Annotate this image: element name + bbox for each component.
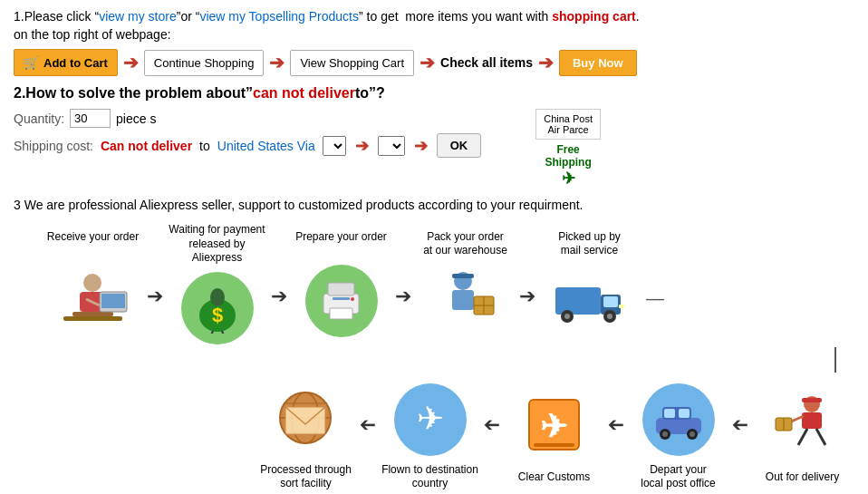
customs-icon: ✈: [514, 389, 595, 466]
on-top-right-text: on the top right of webpage:: [14, 27, 171, 42]
free-shipping-icon: ✈: [562, 169, 575, 189]
arrow-step4-5: ➔: [519, 262, 535, 308]
vertical-connector-row: [41, 347, 845, 373]
via-link[interactable]: United States Via: [217, 139, 315, 153]
shipping-right-panel: China Post Air Parce Free Shipping ✈: [535, 109, 601, 189]
step-sort: Processed throughsort facility: [254, 382, 358, 491]
svg-point-29: [607, 314, 612, 319]
step-payment-label: Waiting for paymentreleased by Aliexpres…: [165, 223, 269, 266]
step-receive-order: Receive your order: [41, 230, 145, 339]
ok-label: OK: [450, 139, 468, 152]
via-text: United States Via: [217, 139, 315, 153]
svg-rect-18: [452, 274, 474, 278]
svg-rect-5: [101, 294, 125, 308]
bottom-flow-row: Out for delivery ➔: [41, 382, 854, 491]
arrow-step1-2: ➔: [147, 262, 163, 308]
view-store-link[interactable]: view my store: [99, 9, 177, 24]
arrow-bottom-4: ➔: [360, 413, 376, 460]
add-to-cart-button[interactable]: 🛒 Add to Cart: [14, 49, 118, 76]
arrow-ship2: ➔: [414, 136, 428, 156]
cart-icon: 🛒: [24, 55, 39, 70]
step-prepare-label: Prepare your order: [295, 230, 387, 257]
add-to-cart-label: Add to Cart: [43, 56, 108, 70]
sort-facility-icon: [265, 382, 347, 459]
intro-text-1: 1.Please click “: [14, 9, 99, 24]
svg-point-16: [351, 297, 354, 301]
svg-line-34: [798, 429, 807, 445]
arrow-step2-3: ➔: [271, 262, 287, 308]
person-computer-icon: [53, 262, 134, 339]
worker-icon: [425, 263, 506, 340]
buy-now-button[interactable]: Buy Now: [559, 50, 637, 76]
shipping-label2: Shipping: [545, 156, 591, 169]
svg-text:✈: ✈: [540, 408, 567, 445]
title-red: can not deliver: [253, 85, 355, 101]
svg-line-35: [816, 429, 825, 445]
intro-line: 1.Please click “view my store”or “view m…: [14, 9, 854, 24]
step-pickup: Picked up bymail service: [537, 230, 641, 340]
arrow-ship: ➔: [355, 136, 369, 156]
svg-rect-30: [619, 305, 624, 308]
step-pack: Pack your orderat our warehouse: [413, 230, 517, 340]
step-customs-label: Clear Customs: [518, 470, 590, 485]
via-dropdown[interactable]: [323, 136, 346, 156]
step-out-delivery-label: Out for delivery: [766, 470, 839, 485]
svg-rect-42: [679, 409, 690, 418]
method-dropdown[interactable]: [378, 136, 405, 156]
step-customs: ✈ Clear Customs: [502, 389, 606, 485]
arrow-bottom-2: ➔: [608, 413, 624, 460]
to-text: to: [199, 139, 210, 153]
svg-rect-2: [72, 312, 113, 316]
continue-shopping-label: Continue Shopping: [154, 56, 255, 70]
printer-icon: [301, 262, 382, 339]
section-2: 2.How to solve the problem about”can not…: [14, 85, 854, 189]
intro-text-3: ” to get more items you want with shoppi…: [359, 9, 640, 24]
svg-text:✈: ✈: [417, 400, 444, 437]
qty-row: Quantity: piece s: [14, 109, 481, 128]
svg-rect-41: [664, 409, 675, 418]
qty-input[interactable]: [70, 109, 111, 128]
view-topselling-link[interactable]: view my Topselling Products: [199, 9, 359, 24]
svg-rect-49: [534, 443, 574, 447]
china-post-line1: China Post: [544, 113, 593, 124]
vert-line: [834, 347, 836, 373]
svg-rect-3: [63, 316, 122, 321]
intro-text-2: ”or “: [177, 9, 200, 24]
china-post-line2: Air Parce: [547, 124, 588, 135]
top-flow-row: Receive your order: [41, 223, 854, 347]
title-prefix: 2.How to solve the problem about”: [14, 85, 253, 101]
svg-rect-15: [333, 297, 350, 300]
step-depart-post: Depart yourlocal post office: [626, 382, 730, 491]
svg-rect-56: [285, 407, 325, 434]
ok-button[interactable]: OK: [437, 133, 482, 158]
svg-rect-25: [603, 296, 618, 307]
truck-icon: [549, 263, 631, 340]
plane-icon: ✈: [390, 382, 471, 459]
shipping-row: Shipping cost: Can not deliver to United…: [14, 133, 481, 158]
svg-rect-33: [802, 412, 822, 429]
check-all-text: Check all items: [440, 55, 533, 70]
svg-rect-23: [555, 287, 601, 315]
step-payment: Waiting for paymentreleased by Aliexpres…: [165, 223, 269, 347]
svg-line-11: [222, 331, 227, 334]
svg-rect-13: [328, 283, 354, 295]
svg-rect-19: [452, 290, 474, 310]
section3-intro: 3 We are professional Aliexpress seller,…: [14, 198, 854, 212]
continue-shopping-button[interactable]: Continue Shopping: [144, 50, 265, 76]
delivery-person-icon: [762, 389, 844, 466]
webpage-line: on the top right of webpage:: [14, 27, 854, 42]
buy-now-label: Buy Now: [573, 56, 623, 70]
view-cart-button[interactable]: View Shopping Cart: [290, 50, 414, 76]
svg-point-9: [210, 288, 225, 306]
cannot-deliver-text: Can not deliver: [101, 139, 192, 153]
section-1: 1.Please click “view my store”or “view m…: [14, 9, 854, 76]
china-post-box: China Post Air Parce: [535, 109, 601, 140]
qty-label: Quantity:: [14, 111, 64, 126]
svg-rect-14: [330, 308, 352, 319]
svg-line-10: [208, 331, 213, 334]
car-icon: [638, 382, 719, 459]
steps-row: 🛒 Add to Cart ➔ Continue Shopping ➔ View…: [14, 49, 854, 76]
step-prepare: Prepare your order: [289, 230, 393, 339]
view-cart-label: View Shopping Cart: [300, 56, 404, 70]
arrow-bottom-3: ➔: [484, 413, 500, 460]
